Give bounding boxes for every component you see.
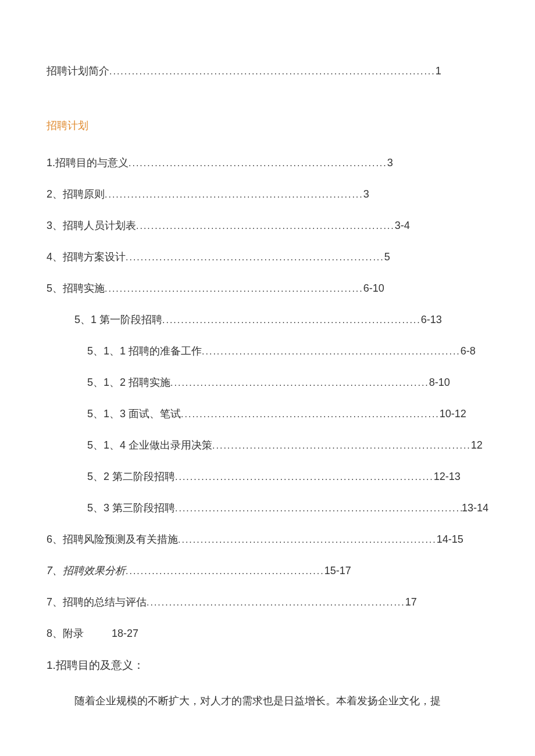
toc-entry-page: 6-13	[421, 314, 442, 326]
section-heading: 招聘计划	[47, 119, 488, 132]
toc-entry-label: 7、招聘的总结与评估	[47, 595, 147, 609]
toc-entry-label: 5、招聘实施	[47, 281, 105, 295]
toc-entry: 7、招聘效果分析................................…	[47, 564, 488, 578]
toc-entry: 7、招聘的总结与评估..............................…	[47, 595, 488, 609]
toc-entry-page: 6-10	[363, 282, 384, 295]
toc-dots: ........................................…	[162, 315, 421, 325]
toc-entry-label: 5、1、2 招聘实施	[87, 375, 170, 389]
toc-dots: ........................................…	[105, 284, 363, 294]
toc-dots: ........................................…	[202, 346, 461, 357]
toc-dots: ........................................…	[126, 252, 384, 263]
toc-entry: 5、3 第三阶段招聘..............................…	[47, 501, 488, 515]
toc-intro-line: 招聘计划简介 .................................…	[47, 64, 488, 78]
toc-entry-page: 12	[471, 439, 483, 452]
toc-entry-label: 5、1、3 面试、笔试	[87, 407, 181, 421]
toc-entry-page: 3	[387, 157, 393, 169]
toc-entry-page: 15-17	[324, 565, 351, 577]
toc-entry-page: 17	[405, 596, 417, 608]
toc-dots: ........................................…	[178, 535, 437, 545]
toc-entry: 2、招聘原则..................................…	[47, 187, 488, 201]
toc-entry-label: 7、招聘效果分析	[47, 564, 126, 578]
toc-entry: 5、1、3 面试、笔试 ............................…	[47, 407, 488, 421]
toc-entry: 1.招聘目的与意义 ..............................…	[47, 156, 488, 170]
toc-dots: ........................................…	[181, 409, 440, 420]
toc-entry-page: 3	[363, 188, 369, 200]
toc-dots: ........................................…	[136, 221, 395, 231]
toc-entry: 5、1、2 招聘实施 .............................…	[47, 375, 488, 389]
toc-entry-page: 6-8	[461, 345, 476, 357]
toc-entry-label: 5、1、1 招聘的准备工作	[87, 344, 202, 358]
toc-entry-page: 10-12	[440, 408, 466, 420]
toc-entry-label: 8、附录	[47, 626, 84, 640]
body-paragraph: 随着企业规模的不断扩大，对人才的需求也是日益增长。本着发扬企业文化，提	[47, 690, 488, 711]
toc-container: 1.招聘目的与意义 ..............................…	[47, 156, 488, 640]
toc-entry: 5、1、1 招聘的准备工作...........................…	[47, 344, 488, 358]
toc-entry: 4、招聘方案设计 ...............................…	[47, 250, 488, 264]
toc-entry-label: 5、1、4 企业做出录用决策	[87, 438, 212, 452]
toc-entry: 5、招聘实施..................................…	[47, 281, 488, 295]
toc-dots: ........................................…	[105, 189, 363, 200]
toc-intro-label: 招聘计划简介	[47, 64, 109, 78]
toc-entry: 5、1、4 企业做出录用决策..........................…	[47, 438, 488, 452]
toc-entry-label: 1.招聘目的与意义	[47, 156, 129, 170]
toc-intro-page: 1	[436, 65, 441, 77]
toc-entry-label: 6、招聘风险预测及有关措施	[47, 532, 178, 546]
toc-dots: ........................................…	[147, 597, 405, 608]
toc-dots: ........................................…	[175, 503, 462, 514]
toc-dots: ........................................…	[170, 378, 429, 388]
toc-dots: ........................................…	[212, 440, 471, 451]
toc-entry-page: 3-4	[395, 220, 410, 232]
toc-entry-label: 5、2 第二阶段招聘	[87, 470, 175, 483]
toc-entry-page: 5	[384, 251, 390, 263]
body-heading: 1.招聘目的及意义：	[47, 658, 488, 673]
toc-entry-page: 18-27	[112, 628, 138, 640]
toc-entry-label: 5、3 第三阶段招聘	[87, 501, 175, 515]
toc-entry: 8、附录....................................…	[47, 626, 488, 640]
toc-entry-label: 5、1 第一阶段招聘	[74, 313, 162, 327]
toc-entry-page: 8-10	[429, 377, 450, 389]
toc-entry-page: 12-13	[434, 471, 461, 483]
toc-dots: ........................................…	[109, 66, 436, 77]
toc-entry: 5、1 第一阶段招聘 .............................…	[47, 313, 488, 327]
toc-entry: 3、招聘人员计划表...............................…	[47, 218, 488, 232]
toc-entry-label: 2、招聘原则	[47, 187, 105, 201]
toc-entry: 5、2 第二阶段招聘..............................…	[47, 470, 488, 483]
toc-entry-page: 14-15	[437, 533, 463, 546]
toc-dots: ........................................…	[175, 472, 434, 482]
toc-entry-label: 3、招聘人员计划表	[47, 218, 136, 232]
toc-dots: ........................................…	[129, 158, 387, 169]
toc-dots: ........................................…	[126, 566, 324, 576]
toc-entry: 6、招聘风险预测及有关措施...........................…	[47, 532, 488, 546]
toc-entry-page: 13-14	[462, 502, 488, 514]
toc-entry-label: 4、招聘方案设计	[47, 250, 126, 264]
